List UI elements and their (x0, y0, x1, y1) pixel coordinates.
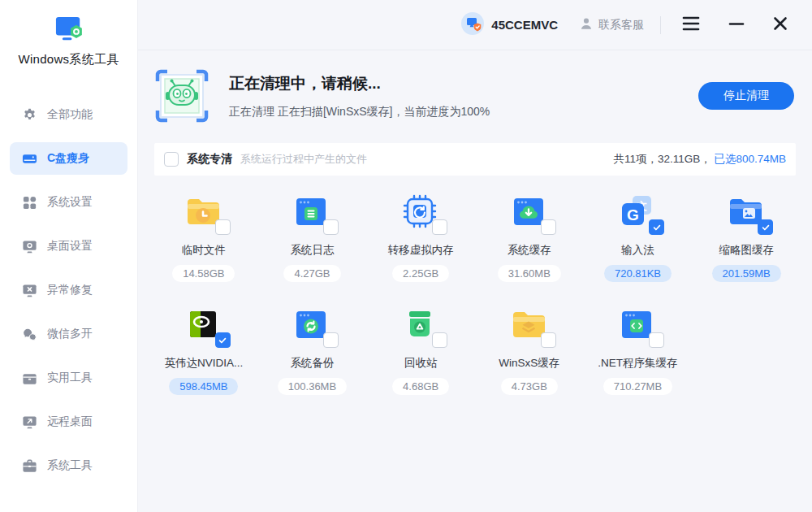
sidebar-item-2[interactable]: 系统设置 (10, 186, 127, 219)
recycle-bin-icon (400, 305, 441, 344)
robot-scan-icon (154, 68, 209, 124)
item-checkbox[interactable] (649, 332, 664, 348)
contact-support-button[interactable]: 联系客服 (579, 16, 644, 33)
hamburger-icon (680, 14, 702, 36)
sidebar-item-label: 异常修复 (47, 283, 93, 297)
item-size-badge: 710.27MB (603, 378, 672, 395)
section-bar: 系统专清 系统运行过程中产生的文件 共11项，32.11GB， 已选800.74… (154, 143, 796, 176)
sidebar-item-1[interactable]: C盘瘦身 (10, 142, 127, 175)
item-label: 系统缓存 (508, 243, 551, 258)
sidebar-item-6[interactable]: 实用工具 (10, 362, 127, 394)
cleaner-item-0[interactable]: 临时文件14.58GB (149, 192, 258, 282)
sidebar-item-label: 全部功能 (47, 107, 93, 122)
cleaner-item-8[interactable]: 回收站4.68GB (366, 305, 475, 395)
input-method-icon: 文G (617, 192, 658, 231)
toolbox-icon (22, 371, 37, 386)
folder-layers-icon (509, 305, 550, 344)
section-checkbox[interactable] (164, 152, 179, 167)
item-label: 转移虚拟内存 (388, 243, 454, 258)
main-area: 45CCEMVC 联系客服 (138, 0, 812, 512)
account[interactable]: 45CCEMVC (460, 11, 558, 39)
sidebar-item-0[interactable]: 全部功能 (10, 98, 127, 131)
item-size-badge: 2.25GB (392, 265, 449, 282)
minimize-icon (728, 15, 745, 35)
cleaner-item-3[interactable]: 系统缓存31.60MB (475, 192, 584, 282)
item-label: 临时文件 (182, 243, 226, 258)
folder-clock-icon (184, 192, 224, 231)
grid-icon (22, 195, 37, 210)
sidebar-item-label: 远程桌面 (47, 414, 93, 429)
item-checkbox[interactable] (323, 332, 339, 348)
item-checkbox[interactable] (215, 332, 231, 348)
item-size-badge: 31.60MB (498, 265, 561, 282)
stop-cleaning-button[interactable]: 停止清理 (698, 82, 794, 110)
nvidia-icon (184, 305, 224, 344)
item-checkbox[interactable] (432, 219, 447, 235)
sidebar-nav: 全部功能C盘瘦身系统设置桌面设置异常修复微信多开实用工具远程桌面系统工具 (0, 98, 137, 482)
stats-total: 共11项，32.11GB， (613, 153, 714, 165)
item-checkbox[interactable] (215, 219, 231, 235)
item-checkbox[interactable] (758, 219, 773, 235)
repair-icon (22, 283, 37, 298)
item-checkbox[interactable] (323, 219, 339, 235)
section-description: 系统运行过程中产生的文件 (240, 152, 367, 167)
menu-button[interactable] (677, 11, 705, 39)
item-label: 系统日志 (290, 243, 334, 258)
cleaner-item-4[interactable]: 文G输入法720.81KB (584, 192, 693, 282)
svg-text:G: G (628, 206, 640, 223)
item-checkbox[interactable] (541, 332, 556, 348)
sidebar-item-label: 微信多开 (47, 327, 93, 341)
item-label: 系统备份 (290, 356, 334, 371)
item-size-badge: 100.36MB (278, 378, 347, 395)
topbar: 45CCEMVC 联系客服 (138, 0, 812, 50)
sidebar-item-label: 桌面设置 (47, 239, 93, 254)
sidebar-item-3[interactable]: 桌面设置 (10, 230, 127, 263)
window-download-icon (509, 192, 550, 231)
item-checkbox[interactable] (432, 332, 447, 348)
window-code-icon (617, 305, 658, 344)
cleaner-grid: 临时文件14.58GB系统日志4.27GB转移虚拟内存2.25GB系统缓存31.… (149, 176, 801, 395)
contact-support-label: 联系客服 (598, 18, 644, 33)
cleaner-item-1[interactable]: 系统日志4.27GB (258, 192, 367, 282)
item-size-badge: 4.27GB (283, 265, 340, 282)
cleaner-item-10[interactable]: .NET程序集缓存710.27MB (584, 305, 693, 395)
sidebar-item-5[interactable]: 微信多开 (10, 318, 127, 350)
gear-icon (22, 107, 37, 123)
sidebar-item-7[interactable]: 远程桌面 (10, 406, 127, 438)
item-size-badge: 4.73GB (501, 378, 558, 395)
item-label: .NET程序集缓存 (598, 356, 677, 371)
item-label: 缩略图缓存 (719, 243, 774, 258)
sidebar-item-label: 实用工具 (47, 371, 93, 385)
remote-desktop-icon (22, 414, 37, 430)
cleaner-item-2[interactable]: 转移虚拟内存2.25GB (366, 192, 475, 282)
section-stats: 共11项，32.11GB， 已选800.74MB (613, 152, 786, 167)
hard-drive-icon (22, 151, 37, 167)
sidebar: Windows系统工具 全部功能C盘瘦身系统设置桌面设置异常修复微信多开实用工具… (0, 0, 138, 512)
cleaner-item-7[interactable]: 系统备份100.36MB (258, 305, 367, 395)
person-icon (579, 16, 594, 33)
app-window: Windows系统工具 全部功能C盘瘦身系统设置桌面设置异常修复微信多开实用工具… (0, 0, 812, 512)
folder-image-icon (726, 192, 767, 231)
cleaner-item-5[interactable]: 缩略图缓存201.59MB (692, 192, 801, 282)
monitor-hexagon-logo (53, 33, 85, 46)
cleaning-status-row: 正在清理中，请稍候... 正在清理 正在扫描[WinSxS缓存]，当前进度为10… (138, 50, 812, 143)
sidebar-item-8[interactable]: 系统工具 (10, 449, 127, 482)
item-size-badge: 201.59MB (712, 265, 781, 282)
sidebar-item-4[interactable]: 异常修复 (10, 274, 127, 306)
close-icon (771, 15, 789, 35)
item-size-badge: 598.45MB (169, 378, 238, 395)
logo-area: Windows系统工具 (0, 0, 137, 67)
item-size-badge: 720.81KB (604, 265, 672, 282)
app-title: Windows系统工具 (0, 52, 137, 67)
cleaner-item-9[interactable]: WinSxS缓存4.73GB (475, 305, 584, 395)
item-size-badge: 14.58GB (172, 265, 235, 282)
item-checkbox[interactable] (649, 219, 664, 235)
item-checkbox[interactable] (541, 219, 556, 235)
stats-selected[interactable]: 已选800.74MB (714, 153, 786, 165)
topbar-divider (660, 16, 661, 34)
cleaner-item-6[interactable]: 英伟达NVIDIA...598.45MB (149, 305, 258, 395)
minimize-button[interactable] (724, 11, 749, 38)
item-label: 输入法 (621, 243, 654, 258)
close-button[interactable] (768, 11, 793, 38)
wechat-icon (22, 327, 37, 342)
